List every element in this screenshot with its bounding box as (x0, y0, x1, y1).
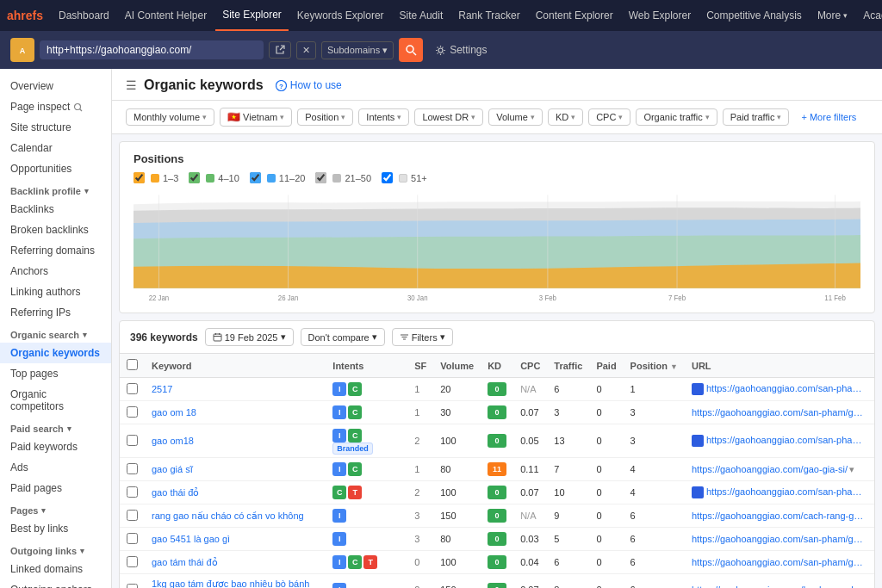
legend-51plus-checkbox[interactable] (382, 172, 393, 183)
sidebar-item-linking-authors[interactable]: Linking authors (0, 282, 111, 302)
url-input[interactable] (40, 40, 264, 59)
nav-site-explorer[interactable]: Site Explorer (215, 0, 289, 31)
intents-filter[interactable]: Intents ▾ (358, 108, 409, 126)
volume-filter[interactable]: Volume ▾ (488, 108, 543, 126)
sidebar-item-paid-keywords[interactable]: Paid keywords (0, 436, 111, 457)
external-link-button[interactable] (269, 41, 291, 59)
sidebar-item-overview[interactable]: Overview (0, 76, 111, 96)
nav-web-explorer[interactable]: Web Explorer (622, 0, 698, 31)
settings-button[interactable]: Settings (428, 41, 494, 59)
sidebar-item-linked-domains[interactable]: Linked domains (0, 559, 111, 579)
url-link[interactable]: https://gaohoanggiao.com/gao-gia-si/ (692, 464, 848, 474)
sidebar-item-organic-keywords[interactable]: Organic keywords (0, 343, 111, 363)
url-link[interactable]: https://gaohoanggiao.com/banh-cuon-lam-t… (692, 585, 874, 589)
row-checkbox[interactable] (127, 584, 138, 589)
kd-filter[interactable]: KD ▾ (548, 108, 583, 126)
traffic-column-header[interactable]: Traffic (547, 354, 589, 378)
how-to-use-button[interactable]: ? How to use (270, 77, 347, 93)
legend-1-3-checkbox[interactable] (134, 172, 145, 183)
url-link[interactable]: https://gaohoanggiao.com/san-pham/gao-25… (706, 383, 874, 393)
compare-button[interactable]: Don't compare ▾ (301, 328, 385, 346)
lowest-dr-filter[interactable]: Lowest DR ▾ (414, 108, 483, 126)
row-checkbox[interactable] (127, 556, 138, 567)
sidebar-item-paid-pages[interactable]: Paid pages (0, 478, 111, 498)
monthly-volume-filter[interactable]: Monthly volume ▾ (126, 108, 214, 126)
nav-ai-content[interactable]: AI Content Helper (118, 0, 214, 31)
sidebar-section-pages[interactable]: Pages ▾ (0, 498, 111, 518)
keyword-link[interactable]: rang gao nấu cháo có cần vo không (152, 511, 304, 521)
row-checkbox[interactable] (127, 486, 138, 498)
row-checkbox[interactable] (127, 463, 138, 474)
legend-11-20-checkbox[interactable] (250, 172, 261, 183)
kd-column-header[interactable]: KD (481, 354, 513, 378)
nav-site-audit[interactable]: Site Audit (393, 0, 450, 31)
legend-4-10-checkbox[interactable] (189, 172, 200, 183)
url-link[interactable]: https://gaohoanggiao.com/san-pham/gao-54… (692, 534, 874, 544)
sf-column-header[interactable]: SF (407, 354, 433, 378)
clear-url-button[interactable]: ✕ (296, 41, 316, 59)
keyword-link[interactable]: gao thái đỏ (152, 487, 199, 498)
sidebar-item-page-inspect[interactable]: Page inspect (0, 96, 111, 117)
sidebar-section-backlink[interactable]: Backlink profile ▾ (0, 179, 111, 199)
sidebar-item-broken-backlinks[interactable]: Broken backlinks (0, 220, 111, 240)
sidebar-item-ads[interactable]: Ads (0, 457, 111, 478)
nav-keywords-explorer[interactable]: Keywords Explorer (290, 0, 391, 31)
keyword-link[interactable]: gao giá sĩ (152, 464, 193, 474)
country-filter[interactable]: 🇻🇳 Vietnam ▾ (220, 108, 292, 127)
nav-more[interactable]: More ▾ (811, 0, 854, 31)
logo[interactable]: ahrefs (7, 9, 43, 22)
row-checkbox[interactable] (127, 435, 138, 446)
keyword-link[interactable]: 2517 (152, 384, 172, 394)
more-filters-button[interactable]: + More filters (794, 109, 863, 125)
row-checkbox[interactable] (127, 406, 138, 418)
url-link[interactable]: https://gaohoanggiao.com/san-pham/gao-om… (706, 435, 874, 445)
nav-content-explorer[interactable]: Content Explorer (529, 0, 620, 31)
sidebar-item-organic-competitors[interactable]: Organic competitors (0, 384, 111, 417)
nav-academy[interactable]: Academy ↗ (856, 0, 882, 31)
subdomains-dropdown[interactable]: Subdomains ▾ (321, 41, 394, 59)
cpc-column-header[interactable]: CPC (513, 354, 547, 378)
volume-column-header[interactable]: Volume (433, 354, 481, 378)
url-link[interactable]: https://gaohoanggiao.com/cach-rang-gao-n… (692, 511, 874, 521)
url-link[interactable]: https://gaohoanggiao.com/san-pham/gao-om… (692, 407, 874, 418)
row-checkbox[interactable] (127, 383, 138, 394)
select-all-header[interactable] (120, 354, 145, 378)
nav-competitive-analysis[interactable]: Competitive Analysis (699, 0, 809, 31)
sidebar-section-outgoing-links[interactable]: Outgoing links ▾ (0, 539, 111, 559)
sidebar-item-top-pages[interactable]: Top pages (0, 363, 111, 384)
url-column-header[interactable]: URL (685, 354, 874, 378)
legend-1-3[interactable]: 1–3 (134, 172, 178, 183)
legend-21-50[interactable]: 21–50 (315, 172, 371, 183)
position-column-header[interactable]: Position ▼ (624, 354, 685, 378)
keyword-column-header[interactable]: Keyword (145, 354, 326, 378)
sidebar-item-best-by-links[interactable]: Best by links (0, 518, 111, 539)
sidebar-item-referring-domains[interactable]: Referring domains (0, 240, 111, 261)
sidebar-item-site-structure[interactable]: Site structure (0, 117, 111, 138)
row-checkbox[interactable] (127, 533, 138, 544)
intents-column-header[interactable]: Intents (326, 354, 407, 378)
sidebar-item-outgoing-anchors[interactable]: Outgoing anchors (0, 579, 111, 588)
url-link[interactable]: https://gaohoanggiao.com/san-pham/gao-ta… (692, 557, 874, 567)
sidebar-section-paid-search[interactable]: Paid search ▾ (0, 417, 111, 436)
sidebar-item-anchors[interactable]: Anchors (0, 261, 111, 282)
legend-11-20[interactable]: 11–20 (250, 172, 306, 183)
sidebar-section-organic-search[interactable]: Organic search ▾ (0, 323, 111, 343)
legend-4-10[interactable]: 4–10 (189, 172, 239, 183)
sidebar-item-calendar[interactable]: Calendar (0, 138, 111, 158)
search-button[interactable] (399, 38, 423, 62)
date-picker-button[interactable]: 19 Feb 2025 ▾ (205, 328, 294, 346)
legend-51plus[interactable]: 51+ (382, 172, 427, 183)
position-filter[interactable]: Position ▾ (297, 108, 353, 126)
paid-column-header[interactable]: Paid (589, 354, 623, 378)
keyword-link[interactable]: gao om18 (152, 436, 194, 446)
keyword-link[interactable]: gao 5451 là gao gì (152, 534, 230, 544)
filters-button[interactable]: Filters ▾ (392, 328, 453, 346)
keyword-link[interactable]: 1kg gao tám được bao nhiêu bò bánh cuốn (152, 579, 309, 588)
keyword-link[interactable]: gao tám thái đỏ (152, 557, 218, 567)
cpc-filter[interactable]: CPC ▾ (588, 108, 630, 126)
nav-rank-tracker[interactable]: Rank Tracker (451, 0, 526, 31)
row-checkbox[interactable] (127, 510, 138, 521)
sidebar-item-backlinks[interactable]: Backlinks (0, 199, 111, 220)
nav-dashboard[interactable]: Dashboard (52, 0, 116, 31)
sidebar-item-opportunities[interactable]: Opportunities (0, 158, 111, 179)
